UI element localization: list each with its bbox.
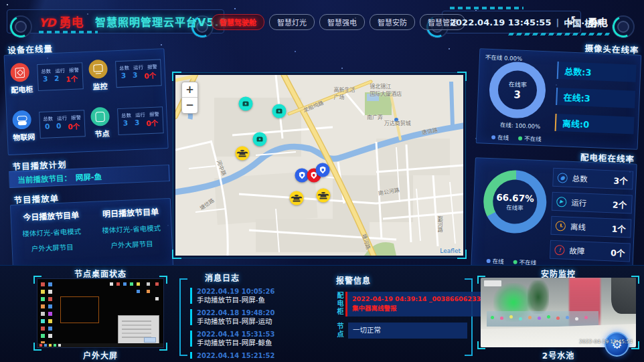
log-entry[interactable]: 2022.04.14 15:21:52	[190, 352, 316, 359]
map-zoom-control: + −	[181, 82, 198, 114]
corner-decoration	[477, 341, 485, 349]
tab-cockpit[interactable]: 智慧驾驶舱	[212, 14, 264, 30]
road-label: 唐信路	[421, 126, 438, 136]
camera-timestamp: 2022-04-19 13:45:54	[579, 339, 633, 345]
corner-decoration	[631, 341, 639, 349]
map-marker-shield-blue[interactable]	[316, 163, 330, 177]
corner-decoration	[33, 276, 42, 284]
dash-decoration	[450, 7, 524, 9]
current-program-label: 当前播放节目：	[17, 172, 72, 185]
device-name: 监控	[85, 80, 115, 92]
zoom-out-button[interactable]: −	[182, 98, 197, 113]
donut-percent-value: 66.67%	[496, 191, 534, 203]
log-entry-bar	[190, 288, 192, 304]
col-total: 总数	[121, 112, 131, 119]
map-marker-camera[interactable]	[272, 104, 286, 118]
datetime-location: 2022.04.19 13:45:55 | 中国·杭州	[450, 16, 602, 29]
cabinet-icon	[10, 63, 29, 82]
knob-decoration	[612, 15, 635, 38]
tab-power[interactable]: 智慧强电	[319, 14, 365, 30]
camera-stat-online: 在线:3	[556, 88, 635, 108]
fault-icon: !	[554, 245, 565, 256]
playlist-item: 户外大屏节目	[92, 238, 172, 251]
camera-stat-offline: 离线:0	[555, 114, 635, 134]
playlist-item: 户外大屏节目	[12, 241, 92, 254]
device-card-node: 节点 总数 运行 报警 3 3 0个	[86, 98, 167, 149]
alarm-group-cabinet: 配电柜 2022-04-19 04:39:14 _00386606233 集中器…	[336, 292, 467, 316]
node-desktop-title: 节点桌面状态	[37, 268, 164, 279]
road-label: 河中路	[215, 159, 228, 176]
desktop-dialog-window	[118, 315, 159, 346]
knob-decoration	[9, 15, 32, 38]
road-label: 塘信路	[197, 197, 215, 212]
alarm-message-box[interactable]: 一切正常	[348, 323, 467, 339]
road-label: 万达商贸城	[384, 119, 411, 126]
log-entry-bar	[190, 309, 192, 325]
map-marker-light[interactable]	[317, 189, 331, 203]
road-label: 鄞河路	[436, 216, 443, 232]
desktop-screenshot[interactable]	[37, 278, 164, 348]
message-log-section: 消息日志 2022.04.19 10:05:26 手动播放节目-网屏-鱼 202…	[190, 272, 316, 359]
alarm-info-title: 报警信息	[336, 274, 467, 286]
playlist-item: 楼体灯光-省电模式	[11, 225, 92, 239]
map-marker-light[interactable]	[290, 191, 304, 205]
corner-decoration	[159, 276, 167, 284]
left-column: 设备在线量 配电柜 总数 运行 报警 3 2 1个	[3, 37, 173, 275]
device-card-cabinet: 配电柜 总数 运行 报警 3 2 1个	[6, 54, 86, 105]
playlist-tomorrow-header[interactable]: 明日播放节目单	[90, 205, 171, 219]
playlist-panel: 今日播放节目单 楼体灯光-省电模式 户外大屏节目 明日播放节目单 楼体灯光-省电…	[10, 198, 173, 274]
cabinet-rate-panel: 66.67% 在线率 在线 不在线 ● 总数 3个 ▶ 运行 2个	[471, 157, 637, 276]
log-entry[interactable]: 2022.04.14 15:31:53 手动播放节目-网屏-鲸鱼	[190, 331, 316, 347]
col-running: 运行	[57, 114, 67, 122]
logo-yd-mark: YD	[39, 16, 55, 29]
alarm-group-label: 节点	[336, 323, 345, 339]
device-card-iot: 物联网 总数 运行 报警 0 0 0个	[8, 102, 88, 153]
dash-decoration	[508, 33, 610, 35]
playlist-today-header[interactable]: 今日播放节目单	[11, 208, 91, 223]
back-icon[interactable]: ↺	[566, 13, 576, 27]
playlist-item: 楼体灯光-省电模式	[91, 222, 171, 236]
col-running: 运行	[135, 111, 145, 118]
cabinet-stat-offline: 离线 1个	[550, 216, 631, 238]
device-online-panel: 配电柜 总数 运行 报警 3 2 1个 监控	[4, 48, 169, 155]
zoom-in-button[interactable]: +	[182, 82, 197, 98]
camera-rate-panel: 在线率 3 不在线 0.00% 在线: 100.00% 在线 不在线 总数:3 …	[476, 48, 642, 150]
leaflet-attribution[interactable]: Leaflet	[440, 248, 461, 254]
total-value: 3	[43, 74, 48, 84]
log-entry[interactable]: 2022.04.19 10:05:26 手动播放节目-网屏-鱼	[190, 288, 316, 304]
alarm-value: 0个	[68, 121, 80, 132]
alarm-group-node: 节点 一切正常	[336, 323, 467, 339]
donut-center-label: 在线率	[509, 80, 528, 89]
legend-online: 在线	[491, 132, 509, 141]
camera-scene-model	[487, 311, 598, 327]
corner-decoration	[631, 276, 639, 284]
log-entry[interactable]: 2022.04.18 19:48:20 手动播放节目-网屏-运动	[190, 309, 316, 326]
header: YD 勇电 智慧照明管理云平台V5.0 智慧驾驶舱 智慧灯光 智慧强电 智慧安防…	[0, 0, 644, 39]
corner-decoration	[159, 343, 167, 351]
camera-icon	[88, 60, 108, 79]
running-value: 0	[56, 122, 62, 132]
road-label: 南广弄	[367, 113, 383, 120]
donut-center-label: 在线率	[506, 203, 524, 211]
map-marker-camera[interactable]	[252, 132, 266, 147]
corner-decoration	[33, 343, 42, 351]
cabinet-stat-running: ▶ 运行 2个	[552, 192, 633, 214]
col-running: 运行	[133, 64, 143, 71]
user-name[interactable]: 勇电	[588, 15, 608, 29]
tab-security[interactable]: 智慧安防	[370, 14, 415, 30]
alarm-value: 0个	[146, 118, 158, 128]
col-alarm: 报警	[69, 66, 79, 74]
separator: |	[556, 17, 559, 27]
dashboard: YD 勇电 智慧照明管理云平台V5.0 智慧驾驶舱 智慧灯光 智慧强电 智慧安防…	[0, 0, 644, 362]
running-icon: ▶	[556, 197, 567, 207]
alarm-line: 2022-04-19 04:39:14 _00386606233	[352, 294, 481, 304]
map[interactable]: 高新生活 广场锦北锦江 国际大厦酒店龙船坞路南广弄万达商贸城唐信路塘信路河中路南…	[175, 75, 463, 256]
tab-lighting[interactable]: 智慧灯光	[269, 14, 315, 30]
camera-stat-total: 总数:3	[557, 62, 637, 82]
alarm-value: 1个	[66, 74, 78, 84]
online-pct-label: 在线: 100.00%	[500, 120, 541, 130]
map-marker-camera[interactable]	[238, 96, 252, 110]
device-stats: 总数 运行 报警 3 2 1个	[37, 62, 84, 91]
map-marker-light[interactable]	[236, 146, 250, 160]
alarm-message-box[interactable]: 2022-04-19 04:39:14 _00386606233 集中器离线警报	[345, 292, 485, 316]
